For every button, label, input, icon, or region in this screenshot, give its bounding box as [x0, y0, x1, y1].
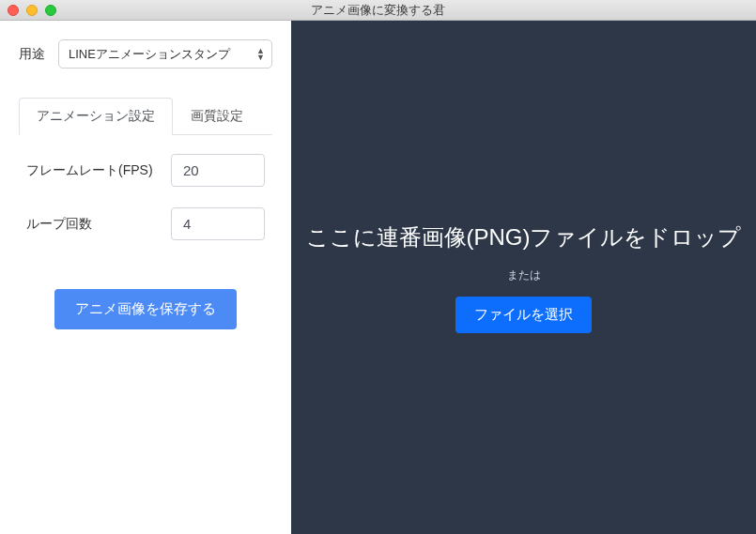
purpose-select-wrap: LINEアニメーションスタンプ ▲▼	[58, 39, 272, 69]
app-window: アニメ画像に変換する君 用途 LINEアニメーションスタンプ ▲▼ アニメーショ…	[0, 0, 756, 534]
framerate-row: フレームレート(FPS)	[26, 154, 265, 187]
settings-panel: 用途 LINEアニメーションスタンプ ▲▼ アニメーション設定 画質設定 フレー…	[0, 21, 291, 534]
loop-row: ループ回数	[26, 207, 265, 240]
minimize-icon[interactable]	[26, 5, 38, 16]
tab-animation[interactable]: アニメーション設定	[19, 98, 173, 135]
framerate-label: フレームレート(FPS)	[26, 161, 171, 180]
purpose-select[interactable]: LINEアニメーションスタンプ	[58, 39, 272, 69]
tabs: アニメーション設定 画質設定	[19, 97, 272, 135]
drop-title: ここに連番画像(PNG)ファイルをドロップ	[306, 222, 742, 252]
maximize-icon[interactable]	[45, 5, 56, 16]
loop-label: ループ回数	[26, 215, 171, 234]
purpose-label: 用途	[19, 46, 58, 63]
tab-content-animation: フレームレート(FPS) ループ回数	[19, 135, 272, 280]
save-button-wrap: アニメ画像を保存する	[19, 289, 272, 329]
save-button[interactable]: アニメ画像を保存する	[54, 289, 237, 329]
tab-quality[interactable]: 画質設定	[173, 98, 261, 135]
drop-or-text: または	[507, 267, 541, 283]
framerate-input[interactable]	[171, 154, 265, 187]
file-select-button[interactable]: ファイルを選択	[455, 297, 592, 333]
window-title: アニメ画像に変換する君	[0, 2, 756, 19]
traffic-lights	[8, 5, 56, 16]
titlebar: アニメ画像に変換する君	[0, 0, 756, 21]
purpose-row: 用途 LINEアニメーションスタンプ ▲▼	[19, 39, 272, 69]
close-icon[interactable]	[8, 5, 19, 16]
loop-input[interactable]	[171, 207, 265, 240]
content: 用途 LINEアニメーションスタンプ ▲▼ アニメーション設定 画質設定 フレー…	[0, 21, 756, 534]
drop-zone[interactable]: ここに連番画像(PNG)ファイルをドロップ または ファイルを選択	[291, 21, 756, 534]
